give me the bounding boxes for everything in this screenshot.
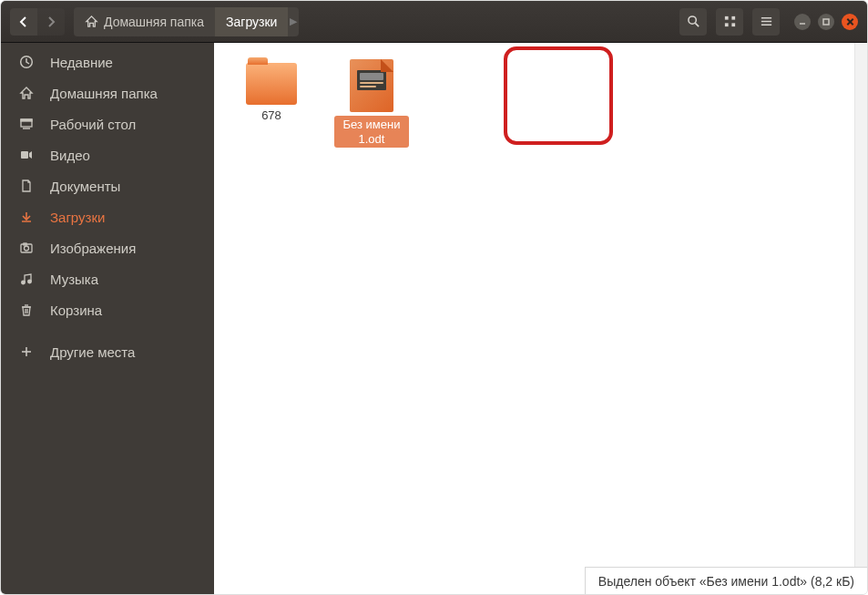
minimize-button[interactable] xyxy=(794,14,811,30)
svg-point-20 xyxy=(22,281,26,284)
sidebar-item-label: Видео xyxy=(50,148,90,163)
sidebar-item-label: Загрузки xyxy=(50,210,105,225)
icon-grid: 678 Без имени 1.odt xyxy=(214,43,867,164)
sidebar-item-video[interactable]: Видео xyxy=(1,139,214,170)
crumb-current-label: Загрузки xyxy=(226,15,277,29)
sidebar-item-downloads[interactable]: Загрузки xyxy=(1,201,214,232)
close-button[interactable] xyxy=(842,14,858,30)
svg-line-1 xyxy=(695,23,699,26)
scrollbar[interactable] xyxy=(854,43,867,567)
folder-label: 678 xyxy=(261,108,281,123)
sidebar-item-desktop[interactable]: Рабочий стол xyxy=(1,108,214,139)
svg-rect-5 xyxy=(731,23,735,26)
toolbar: Домашняя папка Загрузки ▶ xyxy=(1,1,867,43)
pictures-icon xyxy=(17,239,36,257)
search-button[interactable] xyxy=(679,8,707,36)
svg-point-18 xyxy=(25,246,29,251)
sidebar-item-label: Домашняя папка xyxy=(50,86,158,101)
back-button[interactable] xyxy=(10,8,37,36)
sidebar-item-pictures[interactable]: Изображения xyxy=(1,232,214,263)
sidebar-item-documents[interactable]: Документы xyxy=(1,170,214,201)
sidebar-item-home[interactable]: Домашняя папка xyxy=(1,77,214,108)
svg-point-0 xyxy=(688,16,695,24)
music-icon xyxy=(17,270,36,288)
sidebar: Недавние Домашняя папка Рабочий стол Вид… xyxy=(1,43,214,594)
recent-icon xyxy=(17,53,36,71)
svg-rect-13 xyxy=(21,119,32,121)
sidebar-item-music[interactable]: Музыка xyxy=(1,263,214,294)
forward-button[interactable] xyxy=(37,8,65,36)
svg-rect-10 xyxy=(823,19,829,25)
document-icon xyxy=(350,59,393,112)
crumb-current[interactable]: Загрузки xyxy=(215,7,288,36)
home-icon xyxy=(17,84,36,102)
downloads-icon xyxy=(17,208,36,226)
plus-icon xyxy=(17,343,36,361)
folder-item[interactable]: 678 xyxy=(234,59,309,123)
svg-rect-15 xyxy=(21,151,28,159)
window-controls xyxy=(794,14,858,30)
sidebar-item-label: Рабочий стол xyxy=(50,117,136,132)
file-label: Без имени 1.odt xyxy=(334,116,409,148)
view-mode-button[interactable] xyxy=(716,8,743,36)
sidebar-item-label: Недавние xyxy=(50,55,113,70)
sidebar-item-label: Музыка xyxy=(50,272,98,287)
maximize-button[interactable] xyxy=(818,14,834,30)
crumb-home-label: Домашняя папка xyxy=(104,15,204,29)
desktop-icon xyxy=(17,115,36,133)
sidebar-item-other-places[interactable]: Другие места xyxy=(1,336,214,367)
status-text: Выделен объект «Без имени 1.odt» (8,2 кБ… xyxy=(598,574,854,589)
trash-icon xyxy=(17,301,36,319)
svg-rect-3 xyxy=(731,16,735,20)
sidebar-item-label: Корзина xyxy=(50,303,102,318)
documents-icon xyxy=(17,177,36,195)
hamburger-button[interactable] xyxy=(752,8,780,36)
svg-point-21 xyxy=(28,280,32,283)
sidebar-item-label: Другие места xyxy=(50,344,135,360)
content-pane: 678 Без имени 1.odt Выделен объект «Без … xyxy=(214,43,867,594)
sidebar-item-recent[interactable]: Недавние xyxy=(1,46,214,77)
file-item-selected[interactable]: Без имени 1.odt xyxy=(334,59,409,148)
sidebar-item-label: Документы xyxy=(50,179,120,194)
video-icon xyxy=(17,146,36,164)
sidebar-item-label: Изображения xyxy=(50,241,136,256)
status-bar: Выделен объект «Без имени 1.odt» (8,2 кБ… xyxy=(585,567,867,594)
chevron-right-icon: ▶ xyxy=(288,15,299,27)
home-icon xyxy=(85,15,98,28)
svg-rect-4 xyxy=(724,23,728,26)
breadcrumb: Домашняя папка Загрузки ▶ xyxy=(74,7,299,36)
sidebar-item-trash[interactable]: Корзина xyxy=(1,294,214,325)
nav-group xyxy=(10,8,65,36)
folder-icon xyxy=(246,63,297,105)
svg-rect-2 xyxy=(724,16,728,20)
crumb-home[interactable]: Домашняя папка xyxy=(74,7,215,36)
